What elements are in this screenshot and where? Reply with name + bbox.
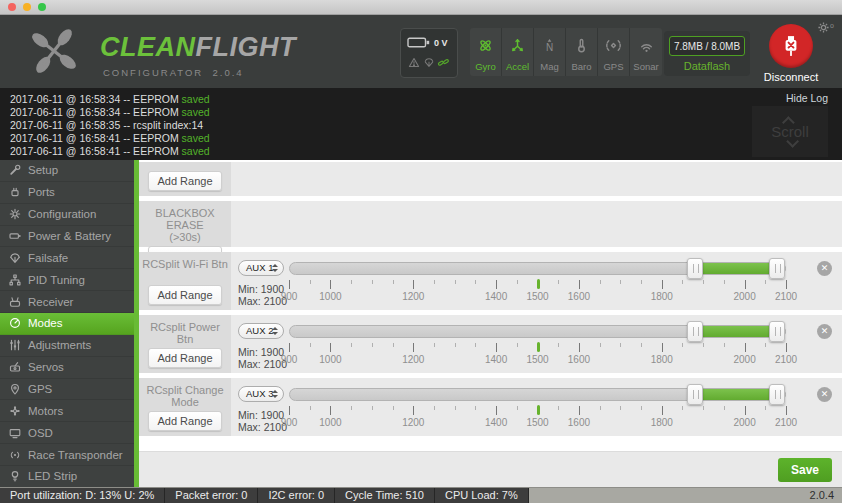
log-panel: 2017-06-11 @ 16:58:34 -- EEPROM saved201… xyxy=(0,88,842,160)
sidebar-item-modes[interactable]: Modes xyxy=(0,313,134,335)
sidebar-item-power-battery[interactable]: Power & Battery xyxy=(0,226,134,248)
sidebar-item-led-strip[interactable]: LED Strip xyxy=(0,466,134,487)
settings-gear-icon[interactable]: o xyxy=(817,20,834,38)
status-cell: I2C error: 0 xyxy=(258,488,335,503)
select-arrows-icon xyxy=(272,264,278,272)
scale-tick xyxy=(620,280,621,284)
sidebar-item-osd[interactable]: OSD xyxy=(0,422,134,444)
mode-name: RCSplit Wi-Fi Btn xyxy=(142,258,228,270)
disconnect-button[interactable]: Disconnect xyxy=(762,24,820,83)
scale-tick xyxy=(765,406,766,410)
range-handle-max[interactable] xyxy=(769,258,785,279)
sensor-accel: Accel xyxy=(502,28,534,76)
mode-row-rcsplit-power: RCsplit Power Btn Add Range AUX 2 Min: 1… xyxy=(139,315,842,373)
range-handle-min[interactable] xyxy=(687,384,703,405)
scale-tick xyxy=(745,406,746,415)
zoom-window-button[interactable] xyxy=(38,3,46,11)
channel-scale: 90010001200140015001600180020002100 xyxy=(289,406,786,430)
scale-tick xyxy=(351,280,352,284)
aux-channel-select[interactable]: AUX 2 xyxy=(238,323,284,339)
aux-channel-select[interactable]: AUX 3 xyxy=(238,386,284,402)
scale-label: 1400 xyxy=(485,291,507,302)
sensor-group: GyroAccelNMagBaroGPSSonar xyxy=(470,28,662,76)
titlebar xyxy=(0,0,842,15)
range-handle-min[interactable] xyxy=(687,321,703,342)
add-range-button[interactable]: Add Range xyxy=(148,411,221,431)
range-handle-max[interactable] xyxy=(769,321,785,342)
sidebar-item-race-transponder[interactable]: Race Transponder xyxy=(0,444,134,466)
scale-label: 900 xyxy=(281,291,298,302)
scale-tick xyxy=(620,343,621,347)
scale-tick xyxy=(600,406,601,410)
scale-tick xyxy=(372,406,373,410)
sidebar-item-ports[interactable]: Ports xyxy=(0,182,134,204)
sidebar-item-servos[interactable]: Servos xyxy=(0,357,134,379)
range-handle-min[interactable] xyxy=(687,258,703,279)
scale-tick xyxy=(517,280,518,284)
scale-label: 1600 xyxy=(568,354,590,365)
minimize-window-button[interactable] xyxy=(23,3,31,11)
scale-label: 1000 xyxy=(319,291,341,302)
scale-tick xyxy=(600,343,601,347)
channel-value-marker xyxy=(537,405,540,415)
app-subtitle: CONFIGURATOR 2.0.4 xyxy=(103,67,244,78)
sidebar-item-receiver[interactable]: Receiver xyxy=(0,291,134,313)
scale-label: 1400 xyxy=(485,417,507,428)
sidebar-item-pid-tuning[interactable]: PID Tuning xyxy=(0,269,134,291)
mode-row-rcsplit-change: RCsplit Change Mode Add Range AUX 3 Min:… xyxy=(139,378,842,436)
sensor-sonar: Sonar xyxy=(630,28,662,76)
osd-icon xyxy=(9,427,21,439)
scale-tick xyxy=(579,406,580,415)
scale-tick xyxy=(682,406,683,410)
scale-tick xyxy=(641,406,642,410)
log-line: 2017-06-11 @ 16:58:34 -- EEPROM saved xyxy=(10,93,842,106)
scale-tick xyxy=(434,280,435,284)
remove-range-button[interactable]: ✕ xyxy=(817,261,832,276)
range-handle-max[interactable] xyxy=(769,384,785,405)
scale-label: 1500 xyxy=(526,417,548,428)
scale-label: 1600 xyxy=(568,291,590,302)
sidebar-item-gps[interactable]: GPS xyxy=(0,379,134,401)
mode-name: RCsplit Power Btn xyxy=(142,321,228,345)
scale-tick xyxy=(579,280,580,289)
gear-icon xyxy=(9,208,21,220)
scale-tick xyxy=(475,406,476,410)
log-scroll-control[interactable]: Scroll xyxy=(752,106,828,157)
scale-tick xyxy=(351,343,352,347)
add-range-button[interactable]: Add Range xyxy=(148,285,221,305)
close-window-button[interactable] xyxy=(8,3,16,11)
battery-icon xyxy=(9,230,21,242)
remove-range-button[interactable]: ✕ xyxy=(817,387,832,402)
sidebar-item-setup[interactable]: Setup xyxy=(0,160,134,182)
hide-log-link[interactable]: Hide Log xyxy=(786,92,828,104)
scale-tick xyxy=(372,343,373,347)
status-cell: CPU Load: 7% xyxy=(435,488,529,503)
save-button[interactable]: Save xyxy=(778,458,832,482)
sidebar-item-failsafe[interactable]: Failsafe xyxy=(0,247,134,269)
sidebar-item-adjustments[interactable]: Adjustments xyxy=(0,335,134,357)
scale-tick xyxy=(455,343,456,347)
scale-label: 1500 xyxy=(526,291,548,302)
scale-label: 1800 xyxy=(651,354,673,365)
aux-channel-select[interactable]: AUX 1 xyxy=(238,260,284,276)
sidebar-item-motors[interactable]: Motors xyxy=(0,400,134,422)
scale-tick xyxy=(682,343,683,347)
add-range-button[interactable]: Add Range xyxy=(148,171,221,191)
scale-tick xyxy=(289,343,290,352)
sidebar-item-configuration[interactable]: Configuration xyxy=(0,204,134,226)
wrench-icon xyxy=(9,164,21,176)
add-range-button[interactable]: Add Range xyxy=(148,348,221,368)
scale-label: 2000 xyxy=(733,291,755,302)
remove-range-button[interactable]: ✕ xyxy=(817,324,832,339)
sensor-baro: Baro xyxy=(566,28,598,76)
scale-tick xyxy=(765,343,766,347)
adjustments-icon xyxy=(9,339,21,351)
modes-content: Add Range BLACKBOX ERASE (>30s) Add Rang… xyxy=(139,160,842,487)
scale-tick xyxy=(703,280,704,284)
main-area: SetupPortsConfigurationPower & BatteryFa… xyxy=(0,160,842,487)
scale-tick xyxy=(662,406,663,415)
scale-label: 2100 xyxy=(775,354,797,365)
scale-tick xyxy=(786,280,787,289)
app-header: CLEANFLIGHT CONFIGURATOR 2.0.4 0 V xyxy=(0,15,842,88)
scale-tick xyxy=(310,406,311,410)
